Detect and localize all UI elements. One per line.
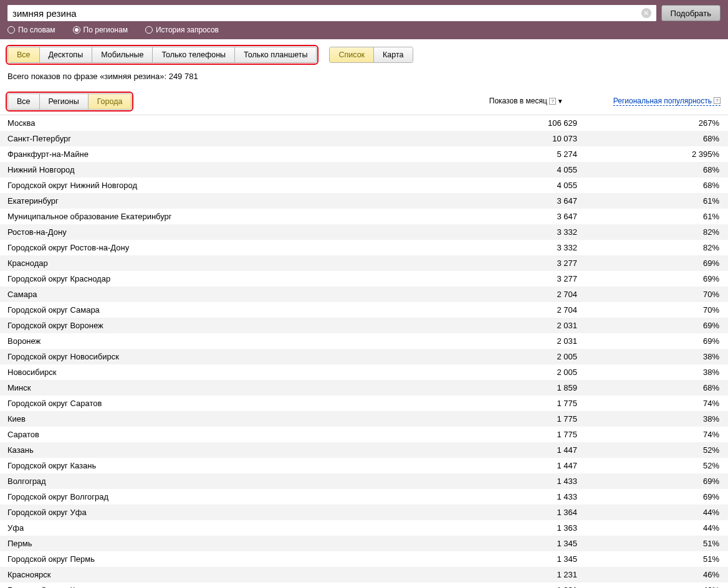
table-row: Городской округ Волгоград1 43369% (0, 489, 728, 505)
table-row: Минск1 85968% (0, 380, 728, 396)
cell-popularity: 38% (585, 411, 728, 427)
cell-views: 3 332 (460, 240, 585, 255)
cell-city: Саратов (0, 427, 460, 442)
table-row: Казань1 44752% (0, 442, 728, 458)
cell-views: 3 647 (460, 193, 585, 209)
region-tabs: ВсеРегионыГорода (7, 93, 132, 110)
table-row: Ростов-на-Дону3 33282% (0, 224, 728, 240)
submit-button[interactable]: Подобрать (661, 5, 721, 21)
device-tab[interactable]: Десктопы (40, 47, 93, 62)
region-tab[interactable]: Все (8, 94, 40, 109)
cell-views: 4 055 (460, 162, 585, 178)
table-row: Городской округ Воронеж2 03169% (0, 318, 728, 333)
cell-popularity: 68% (585, 178, 728, 193)
table-row: Франкфурт-на-Майне5 2742 395% (0, 146, 728, 162)
cell-city: Городской округ Нижний Новгород (0, 178, 460, 193)
col-header-views-label: Показов в месяц (489, 97, 547, 105)
cell-city: Краснодар (0, 255, 460, 271)
region-tab[interactable]: Регионы (40, 94, 89, 109)
cell-views: 1 231 (460, 567, 585, 582)
radio-row: По словамПо регионамИстория запросов (7, 26, 721, 34)
cell-popularity: 69% (585, 473, 728, 489)
search-input[interactable] (7, 5, 656, 21)
cell-city: Городской округ Воронеж (0, 318, 460, 333)
radio-label: История запросов (156, 26, 219, 34)
table-row: Новосибирск2 00538% (0, 364, 728, 380)
cell-views: 1 775 (460, 427, 585, 442)
cell-popularity: 69% (585, 333, 728, 349)
table-row: Муниципальное образование Екатеринбург3 … (0, 209, 728, 224)
summary-text: Всего показов по фразе «зимняя резина»: … (0, 68, 728, 90)
cell-popularity: 38% (585, 364, 728, 380)
cell-popularity: 52% (585, 458, 728, 473)
cell-city: Городской округ Ростов-на-Дону (0, 240, 460, 255)
cell-popularity: 61% (585, 193, 728, 209)
cell-popularity: 44% (585, 520, 728, 536)
table-row: Самара2 70470% (0, 287, 728, 302)
device-tabs: ВсеДесктопыМобильныеТолько телефоныТольк… (7, 47, 317, 63)
cell-views: 1 859 (460, 380, 585, 396)
device-tab[interactable]: Мобильные (92, 47, 153, 62)
cell-popularity: 38% (585, 349, 728, 364)
cell-views: 3 277 (460, 271, 585, 287)
cell-views: 1 447 (460, 458, 585, 473)
col-header-popularity[interactable]: Региональная популярность ? (613, 97, 721, 106)
table-row: Красноярск1 23146% (0, 567, 728, 582)
cell-views: 1 775 (460, 396, 585, 411)
table-row: Саратов1 77574% (0, 427, 728, 442)
search-header: ✕ Подобрать По словамПо регионамИстория … (0, 0, 728, 39)
cell-city: Москва (0, 115, 460, 131)
view-tabs: СписокКарта (329, 47, 413, 63)
col-header-popularity-label: Региональная популярность (613, 97, 712, 105)
cell-city: Ростов-на-Дону (0, 224, 460, 240)
table-row: Волгоград1 43369% (0, 473, 728, 489)
radio-label: По словам (18, 26, 55, 34)
radio-label: По регионам (84, 26, 128, 34)
cell-views: 2 031 (460, 318, 585, 333)
col-header-views[interactable]: Показов в месяц ? ▼ (489, 97, 563, 106)
cell-city: Городской округ Краснодар (0, 271, 460, 287)
cell-views: 1 363 (460, 520, 585, 536)
table-row: Киев1 77538% (0, 411, 728, 427)
table-row: Городской округ Саратов1 77574% (0, 396, 728, 411)
view-tab[interactable]: Список (330, 47, 374, 62)
cell-views: 1 775 (460, 411, 585, 427)
cell-popularity: 46% (585, 582, 728, 588)
radio-option[interactable]: История запросов (145, 26, 219, 34)
table-row: Уфа1 36344% (0, 520, 728, 536)
region-tab[interactable]: Города (89, 94, 132, 109)
cell-city: Санкт-Петербург (0, 131, 460, 146)
cell-popularity: 68% (585, 380, 728, 396)
cell-city: Пермь (0, 536, 460, 551)
search-input-wrap: ✕ (7, 5, 656, 21)
cell-city: Киев (0, 411, 460, 427)
table-row: Нижний Новгород4 05568% (0, 162, 728, 178)
cell-city: Городской округ Казань (0, 458, 460, 473)
clear-icon[interactable]: ✕ (641, 8, 651, 18)
results-table: Москва106 629267%Санкт-Петербург10 07368… (0, 115, 728, 588)
cell-city: Казань (0, 442, 460, 458)
cell-views: 4 055 (460, 178, 585, 193)
cell-views: 3 647 (460, 209, 585, 224)
table-row: Городской округ Красноярск1 23146% (0, 582, 728, 588)
help-icon[interactable]: ? (714, 97, 721, 104)
search-row: ✕ Подобрать (7, 5, 721, 21)
table-row: Городской округ Ростов-на-Дону3 33282% (0, 240, 728, 255)
cell-popularity: 82% (585, 240, 728, 255)
cell-views: 3 332 (460, 224, 585, 240)
device-tab[interactable]: Только планшеты (235, 47, 316, 62)
view-tab[interactable]: Карта (374, 47, 412, 62)
help-icon[interactable]: ? (549, 98, 556, 105)
device-tab[interactable]: Все (8, 47, 40, 62)
radio-option[interactable]: По регионам (73, 26, 128, 34)
cell-city: Городской округ Уфа (0, 505, 460, 520)
cell-popularity: 52% (585, 442, 728, 458)
table-row: Городской округ Краснодар3 27769% (0, 271, 728, 287)
radio-option[interactable]: По словам (7, 26, 55, 34)
cell-popularity: 70% (585, 287, 728, 302)
cell-views: 5 274 (460, 146, 585, 162)
device-tab[interactable]: Только телефоны (153, 47, 235, 62)
cell-views: 1 433 (460, 489, 585, 505)
table-row: Екатеринбург3 64761% (0, 193, 728, 209)
cell-city: Городской округ Пермь (0, 551, 460, 567)
